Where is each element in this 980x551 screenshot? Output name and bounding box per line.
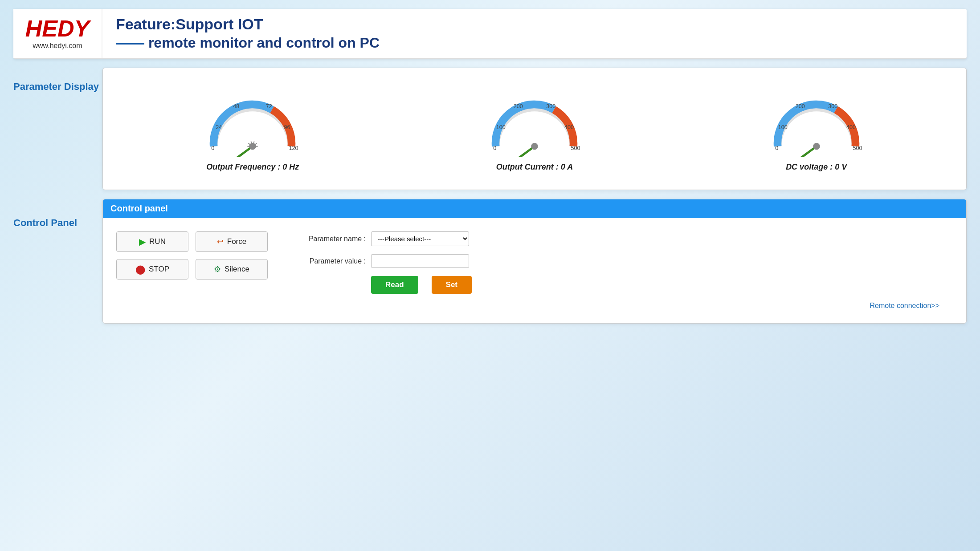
svg-text:24: 24 — [216, 124, 222, 130]
svg-text:0: 0 — [212, 145, 215, 151]
params-section: Parameter name : ---Please select--- Par… — [294, 231, 953, 310]
svg-text:300: 300 — [546, 103, 555, 109]
run-button[interactable]: ▶ RUN — [116, 231, 188, 252]
gauge-voltage: 0 100 200 300 400 500 DC voltage : 0 V — [768, 86, 866, 172]
remote-connection-link[interactable]: Remote connection>> — [870, 297, 948, 312]
logo-hedy: HEDY — [25, 17, 90, 40]
svg-text:72: 72 — [266, 103, 272, 109]
header: HEDY www.hedyi.com Feature:Support IOT —… — [13, 9, 967, 59]
gauges-row: 0 24 48 72 96 — [112, 81, 957, 176]
control-buttons-grid: ▶ RUN ↩ Force ⬤ STOP ⚙ — [116, 231, 268, 280]
control-panel-wrapper: Control panel ▶ RUN ↩ Force ⬤ — [102, 199, 967, 324]
stop-icon: ⬤ — [135, 264, 145, 275]
svg-text:200: 200 — [795, 103, 804, 109]
svg-point-29 — [813, 143, 820, 150]
silence-icon: ⚙ — [214, 264, 221, 274]
svg-text:100: 100 — [496, 124, 506, 130]
force-icon: ↩ — [217, 237, 224, 247]
gauge-current: 0 100 200 300 400 500 Output Current : 0… — [486, 86, 584, 172]
header-title-area: Feature:Support IOT —— remote monitor an… — [102, 9, 967, 58]
gauge-current-label: Output Current : 0 A — [496, 162, 573, 172]
title-line2-text: remote monitor and control on PC — [148, 35, 380, 51]
param-name-select[interactable]: ---Please select--- — [371, 231, 469, 246]
action-buttons: Read Set — [294, 276, 953, 294]
run-label: RUN — [149, 237, 166, 246]
param-value-label: Parameter value : — [294, 257, 366, 265]
svg-text:120: 120 — [289, 145, 298, 151]
title-dash: —— — [116, 35, 144, 51]
gauge-frequency-svg: 0 24 48 72 96 — [204, 86, 302, 157]
content-area: 0 24 48 72 96 — [102, 68, 967, 324]
param-name-label: Parameter name : — [294, 235, 366, 243]
set-button[interactable]: Set — [432, 276, 472, 294]
force-label: Force — [227, 237, 246, 246]
svg-text:100: 100 — [778, 124, 787, 130]
read-button[interactable]: Read — [371, 276, 418, 294]
control-panel-body: ▶ RUN ↩ Force ⬤ STOP ⚙ — [103, 218, 966, 323]
svg-point-13 — [249, 143, 257, 150]
svg-point-21 — [531, 143, 538, 150]
svg-text:96: 96 — [284, 124, 290, 130]
parameter-display-panel: 0 24 48 72 96 — [102, 68, 967, 190]
svg-text:0: 0 — [775, 145, 778, 151]
gauge-voltage-label: DC voltage : 0 V — [786, 162, 847, 172]
gauge-frequency-label: Output Frequency : 0 Hz — [206, 162, 299, 172]
title-line1: Feature:Support IOT — [116, 16, 953, 33]
svg-text:500: 500 — [853, 145, 862, 151]
logo-url: www.hedyi.com — [33, 42, 82, 50]
main-content: Parameter Display Control Panel — [13, 68, 967, 324]
force-button[interactable]: ↩ Force — [196, 231, 268, 252]
svg-text:400: 400 — [564, 124, 574, 130]
run-icon: ▶ — [139, 236, 146, 247]
stop-label: STOP — [149, 265, 169, 274]
logo-area: HEDY www.hedyi.com — [13, 9, 102, 58]
sidebar: Parameter Display Control Panel — [13, 68, 102, 324]
control-panel-header: Control panel — [102, 199, 967, 218]
param-value-input[interactable] — [371, 254, 469, 268]
svg-text:0: 0 — [493, 145, 496, 151]
title-line2: —— remote monitor and control on PC — [116, 35, 953, 51]
silence-button[interactable]: ⚙ Silence — [196, 259, 268, 280]
svg-text:400: 400 — [846, 124, 856, 130]
silence-label: Silence — [225, 265, 249, 274]
gauge-current-svg: 0 100 200 300 400 500 — [486, 86, 584, 157]
stop-button[interactable]: ⬤ STOP — [116, 259, 188, 280]
svg-text:500: 500 — [571, 145, 580, 151]
param-value-row: Parameter value : — [294, 254, 953, 268]
gauge-voltage-svg: 0 100 200 300 400 500 — [768, 86, 866, 157]
svg-text:300: 300 — [828, 103, 837, 109]
parameter-display-label: Parameter Display — [13, 81, 102, 93]
svg-text:200: 200 — [514, 103, 523, 109]
control-panel-label: Control Panel — [13, 217, 102, 229]
svg-text:48: 48 — [233, 103, 239, 109]
gauge-frequency: 0 24 48 72 96 — [204, 86, 302, 172]
param-name-row: Parameter name : ---Please select--- — [294, 231, 953, 246]
